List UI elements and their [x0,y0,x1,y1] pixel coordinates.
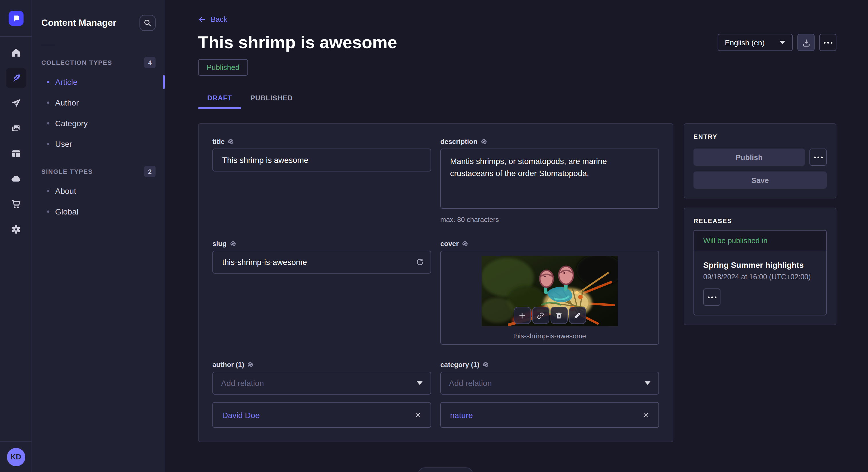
link-icon [536,311,545,320]
more-icon [824,42,832,43]
release-name: Spring Summer highlights [703,260,817,270]
locale-select[interactable]: English (en) [717,34,793,51]
category-relation-link[interactable]: nature [450,410,473,419]
author-relation-link[interactable]: David Doe [222,410,260,419]
shopping-cart-icon [10,198,22,210]
release-more-button[interactable] [703,289,720,306]
remove-category-relation-button[interactable] [642,411,649,418]
app-root: KD Content Manager COLLECTION TYPES 4 Ar… [0,0,868,472]
description-helper: max. 80 characters [440,216,659,224]
slug-field-label: slug [212,240,226,248]
slug-input[interactable] [212,250,431,274]
header-more-button[interactable] [819,34,836,51]
trash-icon [555,311,563,320]
side-column: ENTRY Publish Save RELEASES Will be publ… [684,123,836,325]
export-button[interactable] [797,34,815,51]
tab-draft[interactable]: DRAFT [198,94,241,109]
subnav-divider [41,45,55,45]
save-button[interactable]: Save [693,171,827,189]
rail-footer: KD [0,441,32,472]
sidebar-item-about[interactable]: About [32,181,165,201]
author-field: author (1) Add relation David Doe [212,361,431,428]
more-icon [814,156,823,158]
home-nav-button[interactable] [5,42,26,63]
more-icon [708,296,716,298]
releases-nav-button[interactable] [5,93,26,113]
author-field-label: author (1) [212,361,244,369]
edit-asset-button[interactable] [569,307,586,324]
delete-asset-button[interactable] [550,307,567,324]
copy-link-button[interactable] [532,307,549,324]
regenerate-slug-button[interactable] [415,258,424,266]
content-manager-nav-button[interactable] [5,68,26,88]
cover-actions [514,307,586,324]
rail-nav [0,37,32,240]
bullet-icon [47,143,50,145]
feather-icon [10,72,22,84]
entry-form-card: title description Mantis shrimps, or sto… [198,123,673,442]
author-relation-chip: David Doe [212,402,431,428]
status-badge: Published [198,59,248,76]
category-relation-select[interactable]: Add relation [440,372,659,395]
subnav-title: Content Manager [41,18,116,28]
page-title: This shrimp is awesome [198,33,397,52]
entry-panel: ENTRY Publish Save [684,123,836,198]
sidebar-item-category[interactable]: Category [32,113,165,134]
chevron-down-icon [780,41,785,44]
chevron-down-icon [417,381,423,385]
category-field: category (1) Add relation nature [440,361,659,428]
remove-author-relation-button[interactable] [414,411,422,418]
sidebar-item-global[interactable]: Global [32,201,165,222]
bullet-icon [47,81,50,83]
cover-field-label: cover [440,240,459,248]
sidebar-item-author[interactable]: Author [32,92,165,113]
refresh-icon [415,258,424,266]
title-input[interactable] [212,148,431,171]
pencil-icon [573,311,582,320]
publish-button[interactable]: Publish [693,148,805,166]
sidebar-item-label: About [55,187,76,196]
author-relation-select[interactable]: Add relation [212,372,431,395]
bullet-icon [47,122,50,125]
tab-published[interactable]: PUBLISHED [241,94,302,109]
sidebar-item-label: Author [55,98,79,107]
sidebar-item-label: Global [55,207,79,216]
globe-icon [480,138,487,145]
collection-types-count-badge: 4 [144,57,156,68]
sidebar-item-user[interactable]: User [32,134,165,154]
release-date: 09/18/2024 at 16:00 (UTC+02:00) [703,273,817,281]
back-link[interactable]: Back [198,15,227,24]
content-type-builder-nav-button[interactable] [5,143,26,164]
version-tabs: DRAFT PUBLISHED [198,94,836,109]
strapi-logo[interactable] [8,11,23,26]
description-textarea[interactable]: Mantis shrimps, or stomatopods, are mari… [440,148,659,209]
globe-icon [462,240,468,247]
category-relation-placeholder: Add relation [449,378,492,388]
cover-asset-card: this-shrimp-is-awesome [440,250,659,345]
user-avatar[interactable]: KD [7,448,25,466]
releases-panel-title: RELEASES [693,217,827,224]
slug-field: slug [212,240,431,345]
title-field-label: title [212,138,225,146]
floating-action-bar[interactable] [418,467,473,472]
main-nav-rail: KD [0,0,32,472]
marketplace-nav-button[interactable] [5,194,26,214]
search-icon [144,19,152,27]
sidebar-item-article[interactable]: Article [32,72,165,92]
bullet-icon [47,210,50,213]
description-field-label: description [440,138,477,146]
add-asset-button[interactable] [514,307,531,324]
media-library-nav-button[interactable] [5,118,26,139]
single-types-count-badge: 2 [144,166,156,177]
cloud-nav-button[interactable] [5,169,26,189]
entry-panel-title: ENTRY [693,133,827,140]
layout-icon [10,148,22,160]
entry-more-button[interactable] [809,148,827,166]
chevron-down-icon [645,381,650,385]
close-icon [642,411,649,418]
gear-icon [10,224,22,235]
search-button[interactable] [140,15,156,31]
header-actions: English (en) [717,34,836,51]
settings-nav-button[interactable] [5,219,26,240]
main-content: Back This shrimp is awesome English (en) [165,0,868,472]
